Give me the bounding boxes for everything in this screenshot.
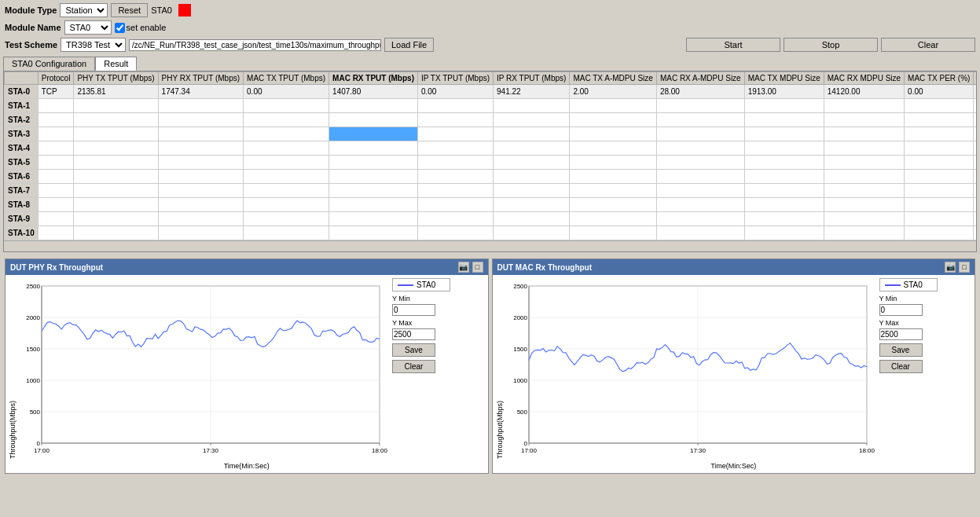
data-cell	[974, 156, 976, 170]
clear-button[interactable]: Clear	[881, 38, 975, 52]
col-sta	[5, 72, 39, 85]
svg-text:2500: 2500	[513, 283, 527, 290]
data-cell	[570, 127, 657, 141]
data-cell	[74, 127, 158, 141]
chart-phy-rx-save-button[interactable]: Save	[392, 343, 435, 357]
chart-phy-rx-legend: STA0	[392, 278, 450, 292]
data-cell: 2135.81	[74, 85, 158, 99]
data-cell	[974, 141, 976, 156]
data-cell	[974, 184, 976, 198]
chart-mac-rx-ymax-input[interactable]	[879, 328, 923, 340]
data-cell	[158, 156, 243, 170]
chart-phy-rx-ymin-input[interactable]	[392, 304, 435, 316]
table-row: STA-6	[5, 170, 977, 184]
chart-mac-rx-title: DUT MAC Rx Throughput	[497, 263, 593, 272]
data-cell: 941.22	[494, 85, 570, 99]
chart-mac-rx-save-icon[interactable]: 📷	[945, 262, 956, 273]
data-cell	[74, 226, 158, 240]
data-cell	[974, 198, 976, 212]
chart-phy-rx: DUT PHY Rx Throughput 📷 □ Throughput(Mbp…	[5, 258, 489, 474]
module-type-dropdown[interactable]: Station	[60, 3, 108, 17]
data-cell	[824, 212, 904, 226]
chart-mac-rx-ymin-input[interactable]	[879, 304, 923, 316]
table-row: STA-8	[5, 198, 977, 212]
module-type-label: Module Type	[5, 6, 57, 15]
svg-text:17:30: 17:30	[689, 447, 706, 454]
col-mac-rx-mdpu: MAC RX MDPU Size	[824, 72, 904, 85]
sta-cell: STA-8	[5, 198, 39, 212]
test-scheme-dropdown[interactable]: TR398 Test	[61, 38, 126, 52]
data-cell	[824, 170, 904, 184]
col-mac-rx-per: MAC RX PER	[974, 72, 976, 85]
data-cell: 0.00	[244, 85, 329, 99]
svg-text:17:00: 17:00	[520, 447, 537, 454]
data-cell	[158, 113, 243, 127]
data-cell	[74, 99, 158, 113]
reset-button[interactable]: Reset	[111, 3, 148, 17]
chart-phy-rx-ymax-input[interactable]	[392, 328, 435, 340]
data-cell	[244, 170, 329, 184]
data-cell	[329, 170, 418, 184]
chart-phy-rx-save-icon[interactable]: 📷	[458, 262, 469, 273]
data-cell: 14120.00	[824, 85, 904, 99]
set-enable-checkbox[interactable]	[115, 23, 125, 33]
data-cell	[158, 99, 243, 113]
chart-phy-rx-x-label: Time(Min:Sec)	[6, 462, 488, 473]
chart-phy-rx-ymin-group: Y Min	[392, 295, 450, 316]
data-cell	[570, 226, 657, 240]
data-cell	[824, 184, 904, 198]
data-cell	[244, 226, 329, 240]
legend-line-2	[885, 284, 901, 286]
set-enable-label: set enable	[127, 23, 167, 32]
sta-cell: STA-4	[5, 141, 39, 156]
sta-cell: STA-0	[5, 85, 39, 99]
chart-mac-rx-close-icon[interactable]: □	[959, 262, 970, 273]
data-cell: 1913.00	[744, 85, 824, 99]
data-cell	[824, 127, 904, 141]
svg-text:1500: 1500	[513, 346, 527, 353]
table-row: STA-5	[5, 156, 977, 170]
data-cell	[905, 99, 974, 113]
chart-phy-rx-legend-label: STA0	[417, 280, 435, 289]
data-cell	[38, 198, 74, 212]
data-cell	[417, 99, 493, 113]
table-row: STA-3	[5, 127, 977, 141]
data-cell	[824, 99, 904, 113]
chart-mac-rx-controls: STA0 Y Min Y Max Save Clear	[875, 278, 938, 459]
data-table-wrapper: Protocol PHY TX TPUT (Mbps) PHY RX TPUT …	[4, 72, 976, 240]
data-cell	[905, 127, 974, 141]
data-cell: 0.00	[905, 85, 974, 99]
start-button[interactable]: Start	[686, 38, 780, 52]
table-row: STA-1	[5, 99, 977, 113]
data-cell	[417, 141, 493, 156]
tab-config[interactable]: STA0 Configuration	[3, 57, 95, 71]
chart-phy-rx-title: DUT PHY Rx Throughput	[10, 263, 103, 272]
chart-phy-rx-header: DUT PHY Rx Throughput 📷 □	[6, 259, 488, 275]
data-cell	[158, 170, 243, 184]
data-cell	[656, 226, 744, 240]
col-ip-tx: IP TX TPUT (Mbps)	[417, 72, 493, 85]
test-scheme-label: Test Scheme	[5, 40, 57, 50]
data-cell	[744, 113, 824, 127]
data-cell	[974, 99, 976, 113]
data-cell	[158, 184, 243, 198]
chart-phy-rx-clear-button[interactable]: Clear	[392, 360, 435, 373]
stop-button[interactable]: Stop	[784, 38, 878, 52]
load-file-button[interactable]: Load File	[384, 38, 434, 52]
tab-result[interactable]: Result	[95, 57, 137, 71]
module-name-dropdown[interactable]: STA0	[64, 20, 112, 35]
chart-mac-rx-clear-button[interactable]: Clear	[879, 360, 923, 373]
chart-mac-rx-svg: 0500100015002000250017:0017:3018:00	[505, 278, 875, 459]
data-cell	[494, 113, 570, 127]
table-row: STA-4	[5, 141, 977, 156]
data-cell	[494, 198, 570, 212]
col-phy-rx: PHY RX TPUT (Mbps)	[158, 72, 243, 85]
data-cell	[494, 141, 570, 156]
chart-phy-rx-close-icon[interactable]: □	[472, 262, 483, 273]
chart-mac-rx-save-button[interactable]: Save	[879, 343, 923, 357]
chart-mac-rx-y-label: Throughput(Mbps)	[496, 278, 504, 459]
table-scrollbar[interactable]	[4, 240, 976, 251]
chart-mac-rx-ymin-group: Y Min	[879, 295, 938, 316]
chart-mac-rx-body: Throughput(Mbps) 0500100015002000250017:…	[493, 275, 975, 462]
table-row: STA-2	[5, 113, 977, 127]
